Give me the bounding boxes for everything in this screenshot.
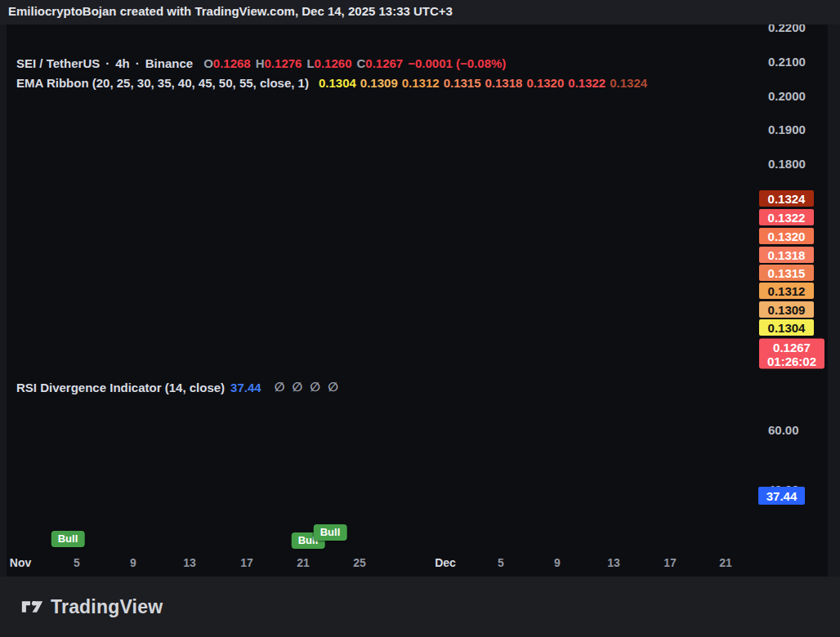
time-tick: 25: [353, 556, 366, 569]
rsi-empty-glyph: ∅: [293, 380, 303, 394]
price-tick: 0.1900: [768, 122, 806, 136]
ohlc-value: 0.1268: [213, 56, 251, 70]
rsi-value-chip: 37.44: [758, 487, 805, 505]
time-tick: 21: [297, 556, 310, 569]
symbol-title: SEI / TetherUS: [16, 56, 100, 70]
ema-value: 0.1312: [402, 76, 440, 90]
ohlc-key: L: [306, 56, 314, 70]
symbol-legend: SEI / TetherUS·4h·Binance O0.1268H0.1276…: [16, 56, 506, 70]
chart-widget[interactable]: SEI / TetherUS·4h·Binance O0.1268H0.1276…: [7, 24, 828, 577]
price-tick: 0.2100: [768, 55, 806, 69]
bull-divergence-label: Bull: [314, 524, 347, 541]
time-tick: 13: [607, 556, 620, 569]
time-tick: 21: [719, 556, 732, 569]
interval-label: 4h: [115, 56, 130, 70]
ema-price-chip: 0.1304: [759, 319, 814, 336]
bull-divergence-label: Bull: [51, 531, 85, 547]
time-tick: 9: [130, 556, 136, 569]
watermark-bar: EmiliocryptoBojan created with TradingVi…: [0, 0, 840, 24]
time-tick: 9: [554, 556, 561, 569]
change-value: −0.0001 (−0.08%): [408, 56, 506, 70]
rsi-empty-glyph: ∅: [310, 380, 320, 394]
ohlc-value: 0.1276: [265, 56, 302, 70]
ema-value: 0.1318: [485, 76, 523, 90]
ohlc-values: O0.1268H0.1276L0.1260C0.1267−0.0001 (−0.…: [199, 56, 506, 70]
brand-text: TradingView: [51, 596, 163, 618]
ema-price-chip: 0.1315: [759, 265, 814, 281]
tradingview-published-chart: Secondary ResistancePrimary ResistanceLo…: [0, 0, 840, 637]
exchange-label: Binance: [145, 56, 193, 70]
tradingview-logo-icon: [21, 599, 43, 614]
price-tick: 0.2000: [768, 89, 806, 103]
time-tick: 5: [74, 556, 80, 569]
watermark-text: EmiliocryptoBojan created with TradingVi…: [8, 4, 453, 18]
ohlc-key: O: [203, 56, 213, 70]
time-tick: 17: [240, 556, 253, 569]
rsi-value: 37.44: [230, 381, 261, 394]
ema-ribbon-values: 0.13040.13090.13120.13150.13180.13200.13…: [315, 76, 647, 90]
current-price-chip: 0.126701:26:02: [759, 339, 824, 369]
rsi-empty-values: ∅∅∅∅: [267, 380, 338, 394]
ema-value: 0.1315: [444, 76, 481, 90]
rsi-legend: RSI Divergence Indicator (14, close) 37.…: [16, 380, 338, 394]
ohlc-key: C: [356, 56, 365, 70]
ohlc-key: H: [256, 56, 265, 70]
ohlc-value: 0.1260: [315, 56, 352, 70]
ema-price-chip: 0.1324: [759, 190, 814, 207]
current-price: 0.1267: [773, 340, 811, 354]
price-tick: 0.2200: [768, 24, 806, 34]
rsi-title: RSI Divergence Indicator (14, close): [16, 381, 225, 394]
ema-value: 0.1324: [610, 76, 647, 90]
ema-price-chip: 0.1312: [759, 283, 814, 299]
time-tick: 17: [664, 556, 677, 569]
ohlc-value: 0.1267: [365, 56, 403, 70]
price-tick: 0.1800: [768, 157, 806, 171]
time-tick: 5: [498, 556, 504, 569]
ema-ribbon-title: EMA Ribbon (20, 25, 30, 35, 40, 45, 50, …: [16, 76, 309, 90]
rsi-empty-glyph: ∅: [328, 380, 338, 394]
footer-bar: TradingView: [0, 577, 840, 637]
ema-price-chip: 0.1322: [759, 209, 814, 225]
ema-value: 0.1322: [568, 76, 605, 90]
rsi-empty-glyph: ∅: [275, 380, 285, 394]
time-tick-month: Dec: [435, 556, 456, 569]
ema-price-chip: 0.1309: [759, 301, 814, 318]
time-tick: 13: [183, 556, 196, 569]
ema-value: 0.1320: [526, 76, 564, 90]
ema-value: 0.1309: [360, 76, 398, 90]
ema-ribbon-legend: EMA Ribbon (20, 25, 30, 35, 40, 45, 50, …: [16, 76, 647, 90]
ema-value: 0.1304: [319, 76, 356, 90]
bar-countdown: 01:26:02: [767, 354, 816, 368]
tradingview-brand[interactable]: TradingView: [21, 596, 163, 618]
ema-price-chip: 0.1320: [759, 228, 814, 244]
time-tick-month: Nov: [10, 556, 31, 569]
rsi-tick: 60.00: [768, 423, 799, 437]
ema-price-chip: 0.1318: [759, 247, 814, 263]
